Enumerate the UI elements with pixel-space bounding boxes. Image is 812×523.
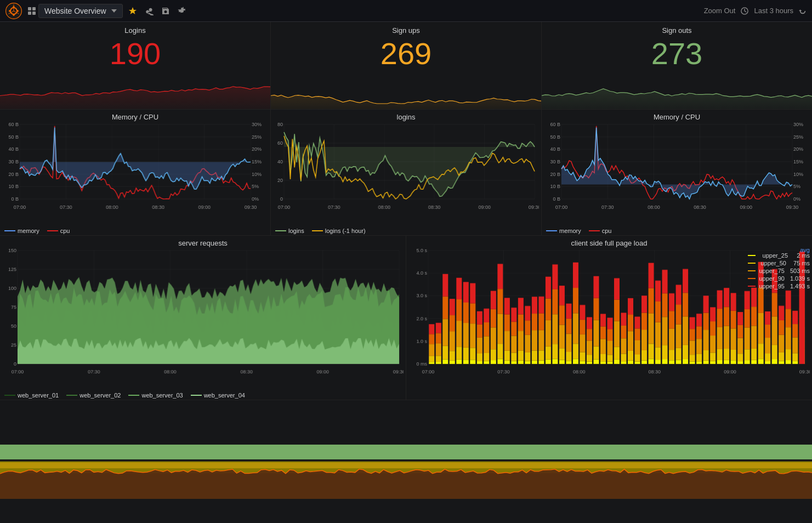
web01-color — [4, 395, 15, 396]
svg-point-4 — [9, 10, 11, 12]
time-range-label[interactable]: Last 3 hours — [754, 7, 793, 15]
memory-cpu-legend-right: memory cpu — [546, 228, 611, 234]
web02-color — [66, 395, 77, 396]
upper25-label: upper_25 — [763, 252, 788, 259]
topbar-right: Zoom Out Last 3 hours — [704, 7, 807, 15]
logins-chart-legend: logins logins (-1 hour) — [275, 228, 366, 234]
upper75-value: 503 ms — [790, 268, 810, 274]
stat-title-signouts: Sign outs — [662, 26, 691, 35]
stat-row: Logins 190 Sign ups 269 Sign outs 273 — [0, 22, 812, 110]
stat-panel-logins: Logins 190 — [0, 22, 271, 109]
server-requests-panel: server requests web_server_01 web_server… — [0, 236, 406, 400]
settings-icon[interactable] — [178, 7, 186, 15]
footer-chart-canvas — [0, 400, 812, 499]
grid-icon — [27, 7, 36, 15]
web04-label: web_server_04 — [204, 392, 245, 399]
upper90-label: upper_90 — [759, 275, 785, 282]
legend-upper95: upper_95 1.493 s — [748, 283, 810, 289]
svg-rect-9 — [28, 7, 31, 10]
legend-memory-label-right: memory — [559, 228, 581, 234]
svg-rect-11 — [28, 12, 31, 15]
upper90-value: 1.039 s — [790, 275, 810, 282]
legend-cpu-right: cpu — [589, 228, 612, 234]
stat-value-signouts: 273 — [651, 37, 702, 71]
legend-web04: web_server_04 — [191, 392, 245, 399]
memory-cpu-legend-left: memory cpu — [4, 228, 70, 234]
logins-chart-panel: logins logins logins (-1 hour) — [271, 110, 542, 235]
upper50-color — [748, 263, 756, 264]
logins-chart — [273, 122, 539, 210]
signouts-sparkline — [542, 82, 812, 109]
topbar-icon-group — [128, 7, 186, 15]
web04-color — [191, 395, 202, 396]
grafana-logo — [5, 3, 22, 19]
dashboard-title[interactable]: Website Overview — [38, 4, 123, 18]
upper95-value: 1.493 s — [790, 283, 810, 289]
stat-title-signups: Sign ups — [392, 26, 420, 35]
chevron-down-icon — [111, 9, 117, 13]
logins-sparkline — [0, 82, 271, 109]
memory-cpu-panel-right: Memory / CPU memory cpu — [542, 110, 812, 235]
memory-cpu-title-left: Memory / CPU — [2, 113, 268, 121]
footer-chart — [0, 400, 812, 499]
legend-web03: web_server_03 — [128, 392, 183, 399]
client-page-load-panel: client side full page load avg upper_25 … — [406, 236, 812, 400]
legend-upper90: upper_90 1.039 s — [748, 275, 810, 282]
memory-cpu-chart-right — [544, 122, 810, 210]
cpu-color-right — [589, 230, 600, 231]
chart-row: Memory / CPU memory cpu logins logins lo… — [0, 110, 812, 236]
legend-logins-1h: logins (-1 hour) — [312, 228, 366, 234]
stat-value-signups: 269 — [381, 37, 431, 71]
upper90-color — [748, 278, 756, 279]
client-legend: upper_25 2 ms upper_50 75 ms upper_75 50… — [748, 252, 810, 291]
web03-label: web_server_03 — [141, 392, 183, 399]
web03-color — [128, 395, 139, 396]
clock-icon — [741, 7, 748, 15]
logins-1h-color — [312, 230, 323, 231]
upper50-value: 75 ms — [793, 260, 810, 266]
logins-chart-title: logins — [273, 113, 539, 121]
signups-sparkline — [271, 82, 542, 109]
legend-logins-label: logins — [288, 228, 304, 234]
legend-web01: web_server_01 — [4, 392, 59, 399]
upper95-color — [748, 286, 756, 287]
upper95-label: upper_95 — [759, 283, 785, 289]
legend-web02: web_server_02 — [66, 392, 121, 399]
memory-cpu-title-right: Memory / CPU — [544, 113, 810, 121]
stat-panel-signups: Sign ups 269 — [271, 22, 542, 109]
upper50-label: upper_50 — [760, 260, 786, 266]
memory-cpu-chart-left — [2, 122, 268, 210]
svg-point-3 — [13, 14, 15, 16]
server-requests-title: server requests — [2, 239, 404, 247]
legend-logins: logins — [275, 228, 304, 234]
svg-point-5 — [16, 10, 19, 12]
client-page-load-title: client side full page load — [408, 239, 810, 247]
memory-color-right — [546, 230, 557, 231]
refresh-icon[interactable] — [799, 7, 807, 15]
stat-title-logins: Logins — [124, 26, 145, 35]
bottom-row: server requests web_server_01 web_server… — [0, 236, 812, 400]
web01-label: web_server_01 — [18, 392, 59, 399]
topbar: Website Overview Zoom Out Last 3 hours — [0, 0, 812, 22]
web02-label: web_server_02 — [80, 392, 121, 399]
legend-upper25: upper_25 2 ms — [748, 252, 810, 259]
star-icon[interactable] — [128, 7, 137, 15]
zoom-out-button[interactable]: Zoom Out — [704, 7, 736, 15]
memory-color-left — [4, 230, 15, 231]
save-icon[interactable] — [161, 7, 170, 15]
stat-value-logins: 190 — [110, 37, 161, 71]
logins-color — [275, 230, 286, 231]
svg-rect-12 — [32, 12, 36, 15]
legend-cpu-label-right: cpu — [602, 228, 612, 234]
upper75-label: upper_75 — [759, 268, 785, 274]
legend-upper75: upper_75 503 ms — [748, 268, 810, 274]
server-requests-chart — [2, 248, 404, 374]
stat-panel-signouts: Sign outs 273 — [542, 22, 812, 109]
share-icon[interactable] — [145, 7, 154, 15]
legend-memory-label-left: memory — [18, 228, 39, 234]
memory-cpu-panel-left: Memory / CPU memory cpu — [0, 110, 271, 235]
upper25-value: 2 ms — [797, 252, 810, 259]
server-requests-legend: web_server_01 web_server_02 web_server_0… — [4, 392, 245, 399]
legend-memory-right: memory — [546, 228, 581, 234]
legend-cpu-label-left: cpu — [60, 228, 70, 234]
